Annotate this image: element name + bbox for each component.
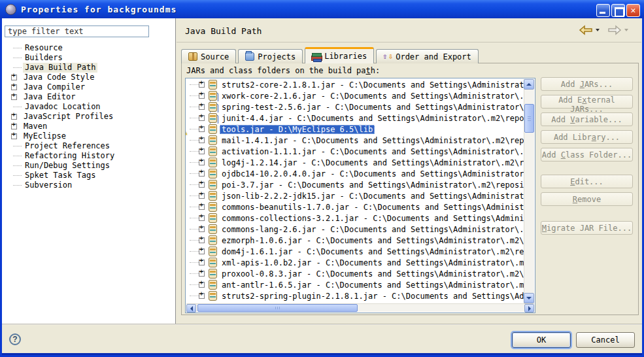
jar-list-item[interactable]: xwork-core-2.1.6.jar - C:\Documents and … — [186, 90, 524, 101]
expand-plus-icon[interactable] — [199, 137, 205, 143]
add-external-jars-button[interactable]: Add External JARs... — [541, 95, 633, 109]
minimize-button[interactable] — [596, 4, 610, 17]
expand-plus-icon[interactable] — [199, 82, 205, 88]
jar-list-item[interactable]: commons-beanutils-1.7.0.jar - C:\Documen… — [186, 201, 524, 212]
tree-item-run-debug-settings[interactable]: Run/Debug Settings — [2, 161, 175, 171]
back-icon[interactable] — [579, 25, 593, 35]
expand-plus-icon[interactable] — [199, 226, 205, 232]
jar-list-item[interactable]: struts2-spring-plugin-2.1.8.1.jar - C:\D… — [186, 290, 524, 301]
expand-plus-icon[interactable] — [11, 133, 17, 139]
expand-plus-icon[interactable] — [199, 282, 205, 288]
tree-item-myeclipse[interactable]: MyEclipse — [2, 131, 175, 141]
expand-plus-icon[interactable] — [199, 204, 205, 210]
maximize-button[interactable] — [611, 4, 625, 17]
jar-list-item[interactable]: ezmorph-1.0.6.jar - C:\Documents and Set… — [186, 235, 524, 246]
jar-list-item[interactable]: tools.jar - D:\MyEclipse 6.5\lib — [186, 124, 524, 135]
tree-item-builders[interactable]: Builders — [2, 53, 175, 63]
jar-list-item[interactable]: struts2-core-2.1.8.1.jar - C:\Documents … — [186, 79, 524, 90]
expand-plus-icon[interactable] — [199, 115, 205, 121]
expand-plus-icon[interactable] — [11, 84, 17, 90]
scroll-up-icon[interactable] — [524, 79, 534, 90]
scroll-down-icon[interactable] — [524, 293, 534, 303]
expand-plus-icon[interactable] — [199, 271, 205, 277]
jar-list-item[interactable]: xml-apis-1.0.b2.jar - C:\Documents and S… — [186, 257, 524, 268]
scroll-left-icon[interactable] — [186, 304, 196, 313]
jar-list-item[interactable]: dom4j-1.6.1.jar - C:\Documents and Setti… — [186, 246, 524, 257]
jar-list-item[interactable]: ant-antlr-1.6.5.jar - C:\Documents and S… — [186, 279, 524, 290]
jar-list-item[interactable]: proxool-0.8.3.jar - C:\Documents and Set… — [186, 268, 524, 279]
tab-projects[interactable]: Projects — [238, 49, 303, 63]
jar-item-label: ant-antlr-1.6.5.jar - C:\Documents and S… — [220, 280, 524, 290]
tree-item-resource[interactable]: Resource — [2, 43, 175, 53]
tree-item-java-build-path[interactable]: Java Build Path — [2, 63, 175, 73]
expand-plus-icon[interactable] — [199, 293, 205, 299]
jar-icon — [209, 202, 217, 212]
expand-plus-icon[interactable] — [199, 126, 205, 132]
jar-list-item[interactable]: commons-lang-2.6.jar - C:\Documents and … — [186, 224, 524, 235]
horizontal-scrollbar[interactable] — [186, 303, 534, 312]
tab-libraries[interactable]: Libraries — [305, 47, 374, 63]
horizontal-scroll-thumb[interactable] — [197, 304, 358, 312]
footer-divider — [2, 324, 642, 325]
add-library-button[interactable]: Add Library... — [541, 130, 633, 144]
tree-item-java-editor[interactable]: Java Editor — [2, 92, 175, 102]
expand-plus-icon[interactable] — [199, 237, 205, 243]
title-bar[interactable]: Properties for backgroundms — [0, 0, 644, 18]
jar-list-item[interactable]: spring-test-2.5.6.jar - C:\Documents and… — [186, 101, 524, 112]
add-jars-button[interactable]: Add JARs... — [541, 77, 633, 91]
add-variable-button[interactable]: Add Variable... — [541, 112, 633, 126]
jar-list-item[interactable]: junit-4.4.jar - C:\Documents and Setting… — [186, 112, 524, 124]
expand-plus-icon[interactable] — [199, 148, 205, 154]
tree-item-javascript-profiles[interactable]: JavaScript Profiles — [2, 112, 175, 122]
jar-list-item[interactable]: log4j-1.2.14.jar - C:\Documents and Sett… — [186, 157, 524, 168]
expand-plus-icon[interactable] — [11, 75, 17, 80]
tree-item-maven[interactable]: Maven — [2, 122, 175, 131]
jar-icon — [209, 102, 217, 112]
jar-list-item[interactable]: commons-collections-3.2.1.jar - C:\Docum… — [186, 212, 524, 224]
expand-plus-icon[interactable] — [199, 182, 205, 188]
jar-list-item[interactable]: poi-3.7.jar - C:\Documents and Settings\… — [186, 179, 524, 190]
expand-plus-icon[interactable] — [11, 124, 17, 129]
forward-dropdown-icon[interactable] — [624, 29, 628, 31]
expand-plus-icon[interactable] — [199, 104, 205, 110]
jar-list: struts2-core-2.1.8.1.jar - C:\Documents … — [185, 78, 535, 313]
vertical-scroll-thumb[interactable] — [524, 104, 534, 133]
add-class-folder-button[interactable]: Add Class Folder... — [541, 148, 633, 162]
back-dropdown-icon[interactable] — [596, 29, 600, 31]
expand-plus-icon[interactable] — [199, 260, 205, 265]
expand-plus-icon[interactable] — [199, 193, 205, 199]
tree-item-subversion[interactable]: Subversion — [2, 180, 175, 190]
help-button[interactable]: ? — [9, 333, 21, 345]
tree-item-javadoc-location[interactable]: Javadoc Location — [2, 102, 175, 112]
close-button[interactable] — [626, 4, 640, 17]
expand-plus-icon[interactable] — [11, 94, 17, 100]
tree-item-project-references[interactable]: Project References — [2, 141, 175, 151]
jar-list-item[interactable]: mail-1.4.1.jar - C:\Documents and Settin… — [186, 135, 524, 146]
tree-item-refactoring-history[interactable]: Refactoring History — [2, 151, 175, 161]
expand-plus-icon[interactable] — [199, 160, 205, 165]
expand-plus-icon[interactable] — [11, 114, 17, 120]
jar-list-item[interactable]: json-lib-2.2.2-jdk15.jar - C:\Documents … — [186, 190, 524, 201]
jar-icon — [209, 224, 217, 234]
tab-order-and-export[interactable]: Order and Export — [376, 49, 479, 63]
forward-icon[interactable] — [607, 25, 622, 35]
scroll-right-icon[interactable] — [524, 304, 534, 313]
expand-plus-icon[interactable] — [199, 215, 205, 221]
tab-source[interactable]: Source — [181, 49, 236, 63]
remove-button[interactable]: Remove — [541, 192, 633, 206]
jar-list-item[interactable]: ojdbc14-10.2.0.4.0.jar - C:\Documents an… — [186, 168, 524, 179]
expand-plus-icon[interactable] — [199, 93, 205, 99]
migrate-jar-file-button[interactable]: Migrate JAR File... — [541, 221, 633, 235]
tree-item-java-code-style[interactable]: Java Code Style — [2, 73, 175, 82]
filter-input[interactable] — [5, 26, 149, 37]
tree-item-java-compiler[interactable]: Java Compiler — [2, 82, 175, 92]
jar-list-item[interactable]: activation-1.1.1.jar - C:\Documents and … — [186, 146, 524, 157]
expand-plus-icon[interactable] — [199, 248, 205, 254]
ok-button[interactable]: OK — [512, 332, 571, 348]
expand-plus-icon[interactable] — [199, 171, 205, 177]
vertical-scrollbar[interactable] — [524, 79, 534, 303]
tree-item-spket-task-tags[interactable]: Spket Task Tags — [2, 171, 175, 180]
tree-guide-line — [13, 165, 22, 166]
cancel-button[interactable]: Cancel — [576, 332, 635, 348]
edit-button[interactable]: Edit... — [541, 175, 633, 188]
